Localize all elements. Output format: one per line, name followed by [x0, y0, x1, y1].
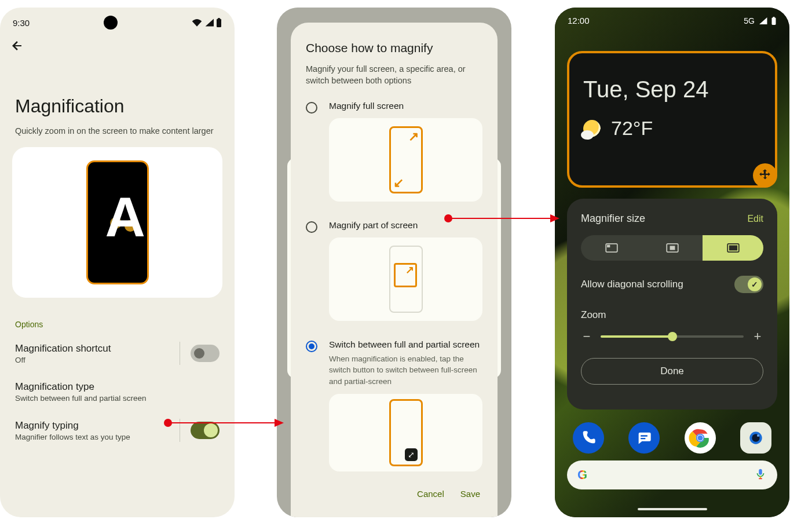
phone-app-icon[interactable] — [573, 422, 604, 454]
camera-app-icon[interactable] — [740, 422, 771, 454]
option-label: Switch between full and partial screen — [329, 339, 482, 350]
camera-icon — [747, 429, 765, 447]
magnify-type-dialog-screen: Choose how to magnify Magnify your full … — [277, 8, 511, 517]
switch-mode-icon: ⤢ — [389, 399, 423, 466]
row-secondary: Switch between full and partial screen — [15, 394, 147, 403]
weather-sun-icon — [583, 120, 601, 137]
messages-app-icon[interactable] — [628, 422, 660, 454]
battery-icon — [216, 18, 222, 27]
weather-widget: 72°F — [583, 117, 653, 140]
svg-point-12 — [697, 435, 703, 440]
option-label: Magnify part of screen — [329, 220, 482, 231]
option-label: Magnify full screen — [329, 101, 482, 111]
magnification-type-row[interactable]: Magnification type Switch between full a… — [0, 373, 235, 411]
zoom-in-button[interactable]: + — [752, 329, 763, 344]
status-bar: 9:30 — [0, 8, 235, 33]
preview-device-icon: A — [86, 160, 149, 284]
lens-date: Tue, Sep 24 — [583, 76, 708, 103]
save-button[interactable]: Save — [460, 489, 480, 499]
cancel-button[interactable]: Cancel — [417, 489, 444, 499]
size-medium-option[interactable] — [642, 235, 703, 261]
magnification-preview: A — [12, 147, 222, 298]
option-switch[interactable]: Switch between full and partial screen W… — [306, 339, 482, 483]
dialog-subtitle: Magnify your full screen, a specific are… — [306, 63, 482, 87]
option-illustration: ⤢ — [329, 394, 482, 471]
row-divider — [180, 342, 180, 365]
voice-search-button[interactable] — [754, 467, 767, 483]
size-medium-icon — [666, 243, 679, 253]
dialog-title: Choose how to magnify — [306, 41, 482, 55]
back-button[interactable] — [0, 33, 235, 61]
svg-rect-9 — [729, 246, 737, 251]
option-desc: When magnification is enabled, tap the s… — [329, 353, 482, 388]
messages-icon — [636, 430, 652, 446]
battery-icon — [771, 17, 777, 25]
options-header: Options — [0, 298, 235, 334]
svg-rect-1 — [218, 18, 220, 19]
svg-rect-0 — [217, 19, 221, 27]
zoom-label: Zoom — [581, 309, 763, 321]
shortcut-toggle[interactable] — [191, 345, 220, 362]
gesture-nav-handle[interactable] — [638, 508, 707, 510]
move-icon — [758, 168, 773, 183]
camera-notch-icon — [104, 16, 118, 30]
size-small-icon — [605, 243, 618, 253]
diagonal-scroll-label: Allow diagonal scrolling — [581, 279, 683, 290]
zoom-out-button[interactable]: − — [581, 329, 592, 344]
mic-icon — [754, 467, 767, 480]
lens-move-handle[interactable] — [753, 163, 777, 188]
app-dock — [567, 422, 777, 454]
option-illustration: ↗↙ — [329, 118, 482, 202]
google-search-bar[interactable]: G — [567, 460, 777, 489]
chrome-icon — [687, 425, 713, 451]
status-icons-group — [192, 18, 222, 27]
done-button[interactable]: Done — [581, 358, 763, 385]
row-divider — [180, 419, 180, 442]
google-logo-icon: G — [577, 467, 587, 483]
svg-rect-3 — [773, 17, 775, 18]
panel-title: Magnifier size — [581, 213, 645, 225]
option-full-screen[interactable]: Magnify full screen ↗↙ — [306, 101, 482, 217]
magnifier-lens[interactable]: Tue, Sep 24 72°F — [567, 51, 777, 188]
svg-point-15 — [757, 434, 759, 437]
settings-magnification-screen: 9:30 Magnification Quickly zoom in on th… — [0, 8, 235, 517]
back-arrow-icon — [10, 39, 24, 53]
radio-icon[interactable] — [306, 221, 317, 233]
svg-rect-7 — [670, 246, 675, 250]
row-primary: Magnify typing — [15, 420, 130, 432]
svg-rect-2 — [772, 17, 776, 25]
size-small-option[interactable] — [581, 235, 642, 261]
magnify-typing-row[interactable]: Magnify typing Magnifier follows text as… — [0, 411, 235, 450]
svg-rect-5 — [607, 245, 610, 247]
page-subtitle: Quickly zoom in on the screen to make co… — [0, 126, 235, 147]
status-time: 9:30 — [13, 18, 30, 28]
zoom-slider[interactable] — [601, 335, 744, 338]
signal-icon — [204, 19, 214, 27]
size-segmented-control[interactable] — [581, 235, 763, 261]
row-secondary: Magnifier follows text as you type — [15, 433, 130, 441]
home-screen-magnifier: 12:00 5G Tue, Sep 24 72°F Magnifier size… — [555, 8, 789, 517]
option-part-screen[interactable]: Magnify part of screen ↗ — [306, 220, 482, 336]
phone-icon — [580, 430, 597, 446]
status-time: 12:00 — [568, 16, 590, 25]
magnifier-settings-panel: Magnifier size Edit Allow diagonal scrol… — [567, 199, 777, 410]
radio-icon[interactable] — [306, 102, 317, 114]
row-primary: Magnification shortcut — [15, 343, 111, 354]
chrome-app-icon[interactable] — [685, 422, 716, 454]
signal-icon — [758, 17, 767, 24]
svg-rect-16 — [759, 469, 762, 475]
lens-temp: 72°F — [611, 117, 653, 140]
magnify-type-dialog: Choose how to magnify Magnify your full … — [291, 23, 498, 517]
typing-toggle[interactable] — [191, 422, 220, 439]
page-title: Magnification — [0, 61, 235, 126]
magnification-shortcut-row[interactable]: Magnification shortcut Off — [0, 334, 235, 373]
part-screen-icon: ↗ — [389, 246, 423, 313]
option-illustration: ↗ — [329, 237, 482, 321]
size-large-option[interactable] — [703, 235, 763, 261]
size-large-icon — [727, 243, 740, 253]
row-primary: Magnification type — [15, 381, 147, 393]
radio-icon[interactable] — [306, 341, 317, 352]
diagonal-scroll-toggle[interactable] — [734, 276, 763, 293]
wifi-icon — [192, 19, 202, 27]
edit-button[interactable]: Edit — [747, 214, 763, 224]
